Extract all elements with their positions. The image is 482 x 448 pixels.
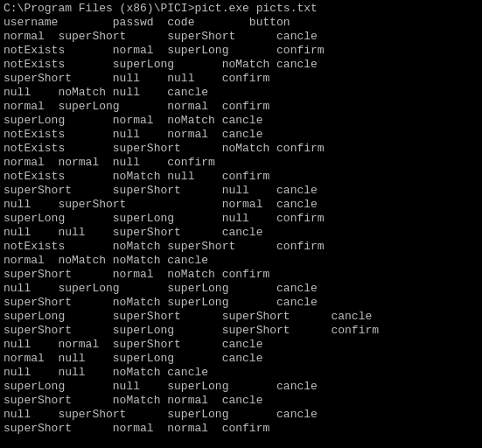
- terminal-line: superShort normal normal confirm: [3, 422, 479, 436]
- terminal-line: null superShort superLong cancle: [3, 408, 479, 422]
- terminal-line: superLong null superLong cancle: [3, 380, 479, 394]
- terminal-line: notExists noMatch null confirm: [3, 170, 479, 184]
- terminal-line: superShort normal noMatch confirm: [3, 268, 479, 282]
- terminal-line: null noMatch null cancle: [3, 86, 479, 100]
- terminal-line: superLong normal noMatch cancle: [3, 114, 479, 128]
- terminal-line: null superLong superLong cancle: [3, 282, 479, 296]
- terminal-line: notExists superLong noMatch cancle: [3, 58, 479, 72]
- terminal-line: username passwd code button: [3, 16, 479, 30]
- terminal-line: superShort null null confirm: [3, 72, 479, 86]
- terminal-line: normal null superLong cancle: [3, 352, 479, 366]
- terminal-line: superLong superShort superShort cancle: [3, 310, 479, 324]
- terminal-line: superShort superLong superShort confirm: [3, 324, 479, 338]
- terminal-line: normal superLong normal confirm: [3, 100, 479, 114]
- terminal-line: notExists normal superLong confirm: [3, 44, 479, 58]
- terminal-line: null null noMatch cancle: [3, 366, 479, 380]
- terminal-line: notExists null normal cancle: [3, 128, 479, 142]
- terminal-window: C:\Program Files (x86)\PICI>pict.exe pic…: [0, 0, 482, 448]
- terminal-line: C:\Program Files (x86)\PICI>pict.exe pic…: [3, 2, 479, 16]
- terminal-line: normal normal null confirm: [3, 156, 479, 170]
- terminal-line: superShort noMatch superLong cancle: [3, 296, 479, 310]
- terminal-line: normal superShort superShort cancle: [3, 30, 479, 44]
- terminal-line: superShort superShort null cancle: [3, 184, 479, 198]
- terminal-line: null null superShort cancle: [3, 226, 479, 240]
- terminal-line: notExists superShort noMatch confirm: [3, 142, 479, 156]
- terminal-line: normal noMatch noMatch cancle: [3, 254, 479, 268]
- terminal-line: superLong superLong null confirm: [3, 212, 479, 226]
- terminal-line: superShort noMatch normal cancle: [3, 394, 479, 408]
- terminal-line: null normal superShort cancle: [3, 338, 479, 352]
- terminal-line: null superShort normal cancle: [3, 198, 479, 212]
- terminal-line: notExists noMatch superShort confirm: [3, 240, 479, 254]
